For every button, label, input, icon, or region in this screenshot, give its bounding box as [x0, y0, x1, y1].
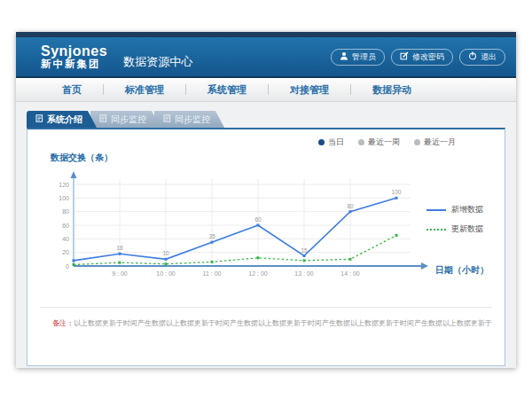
time-filter-1[interactable]: 最近一周 [358, 137, 400, 148]
nav-item-0[interactable]: 首页 [41, 78, 103, 101]
x-axis-label: 日期（小时） [435, 264, 489, 277]
logo-subtitle: 新中新集团 [41, 59, 107, 69]
time-filter-label: 最近一月 [424, 137, 456, 148]
time-filter-0[interactable]: 当日 [318, 137, 344, 148]
main-nav: 首页标准管理系统管理对接管理数据异动 [16, 78, 516, 102]
nav-item-4[interactable]: 数据异动 [351, 78, 433, 101]
legend-label: 新增数据 [451, 204, 483, 215]
y-axis-label: 数据交换（条） [51, 152, 113, 164]
header-actions: 管理员 修改密码 退出 [331, 49, 505, 66]
nav-item-3[interactable]: 对接管理 [269, 78, 350, 101]
page-title: 数据资源中心 [123, 54, 192, 70]
tab-label: 同步监控 [111, 113, 146, 126]
logo-title: Synjones [41, 44, 107, 59]
document-icon [163, 114, 171, 124]
chart-zone: 0204060801001209 : 0010 : 0011 : 0012 : … [42, 167, 432, 282]
nav-item-1[interactable]: 标准管理 [104, 78, 185, 101]
svg-text:13 : 00: 13 : 00 [294, 270, 314, 277]
change-password-button[interactable]: 修改密码 [391, 49, 453, 66]
svg-text:18: 18 [116, 245, 123, 251]
radio-dot-icon [318, 139, 325, 145]
user-icon [340, 51, 348, 62]
footnote: 备注：以上数据更新于时间产生数据以上数据更新于时间产生数据以上数据更新于时间产生… [40, 307, 492, 328]
tab-label: 系统介绍 [47, 113, 82, 126]
svg-text:60: 60 [62, 223, 69, 229]
time-filter-group: 当日最近一周最近一月 [318, 137, 456, 148]
legend-swatch [426, 209, 446, 211]
app-header: Synjones 新中新集团 数据资源中心 管理员 修改密码 退出 [16, 37, 516, 78]
svg-text:80: 80 [62, 208, 69, 215]
svg-text:11 : 00: 11 : 00 [203, 270, 222, 277]
logout-label: 退出 [481, 51, 497, 63]
tab-0[interactable]: 系统介绍 [27, 111, 97, 128]
legend-swatch [426, 229, 446, 231]
browser-viewport: Synjones 新中新集团 数据资源中心 管理员 修改密码 退出 [16, 32, 516, 368]
svg-text:100: 100 [392, 189, 402, 195]
time-filter-2[interactable]: 最近一月 [414, 137, 456, 148]
footnote-text: 以上数据更新于时间产生数据以上数据更新于时间产生数据以上数据更新于时间产生数据以… [74, 319, 492, 327]
radio-dot-icon [358, 139, 364, 145]
document-icon [35, 114, 43, 124]
svg-text:100: 100 [59, 195, 69, 201]
svg-text:15: 15 [301, 247, 308, 254]
content-area: 系统介绍同步监控同步监控 当日最近一周最近一月 数据交换（条） 02040608… [16, 102, 516, 366]
svg-text:14 : 00: 14 : 00 [340, 270, 360, 277]
logout-button[interactable]: 退出 [459, 49, 505, 66]
svg-text:10: 10 [162, 250, 169, 256]
chart-panel: 当日最近一周最近一月 数据交换（条） 0204060801001209 : 00… [27, 128, 505, 366]
svg-text:20: 20 [62, 249, 69, 255]
svg-text:10 : 00: 10 : 00 [156, 270, 176, 277]
tab-2[interactable]: 同步监控 [154, 111, 224, 128]
svg-text:60: 60 [254, 216, 262, 223]
svg-text:9 : 00: 9 : 00 [112, 270, 128, 277]
nav-item-2[interactable]: 系统管理 [186, 78, 268, 101]
power-icon [468, 51, 477, 62]
user-button-label: 管理员 [352, 51, 376, 63]
time-filter-label: 当日 [328, 137, 344, 148]
svg-text:12 : 00: 12 : 00 [248, 270, 268, 277]
legend-item-1: 更新数据 [426, 223, 483, 235]
time-filter-label: 最近一周 [368, 137, 400, 148]
svg-text:120: 120 [59, 182, 69, 188]
change-password-label: 修改密码 [412, 51, 444, 63]
footnote-prefix: 备注： [52, 319, 74, 327]
series-legend: 新增数据更新数据 [426, 204, 483, 235]
line-chart: 0204060801001209 : 0010 : 0011 : 0012 : … [42, 167, 432, 282]
svg-text:40: 40 [62, 236, 69, 242]
legend-label: 更新数据 [451, 223, 483, 235]
logo: Synjones 新中新集团 [41, 44, 107, 70]
svg-text:0: 0 [66, 263, 69, 270]
svg-text:35: 35 [208, 233, 215, 239]
svg-text:80: 80 [347, 203, 354, 209]
edit-icon [400, 51, 409, 62]
user-button[interactable]: 管理员 [331, 49, 385, 66]
radio-dot-icon [414, 139, 420, 145]
tab-1[interactable]: 同步监控 [90, 111, 160, 128]
legend-item-0: 新增数据 [426, 204, 483, 215]
tab-label: 同步监控 [175, 113, 210, 126]
document-icon [99, 114, 107, 124]
tab-bar: 系统介绍同步监控同步监控 [27, 111, 505, 128]
